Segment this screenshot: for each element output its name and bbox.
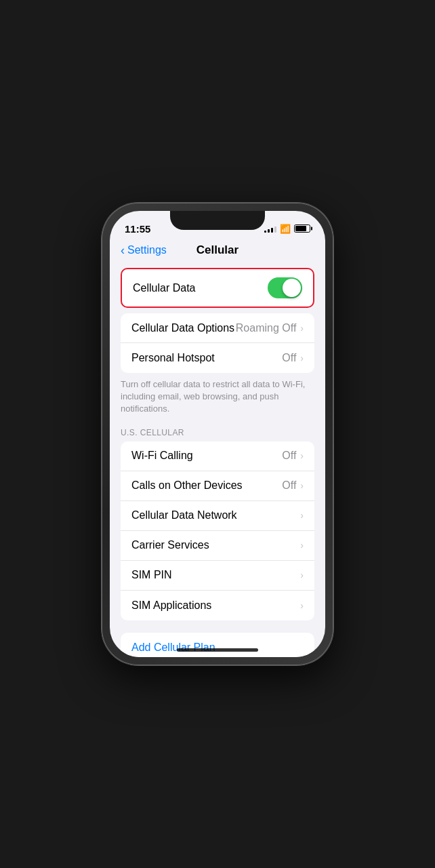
sim-pin-right: › bbox=[299, 570, 304, 580]
cellular-data-label: Cellular Data bbox=[133, 282, 195, 294]
sim-applications-right: › bbox=[299, 600, 304, 611]
phone-frame: 11:55 📶 ‹ S bbox=[102, 203, 333, 665]
carrier-services-label: Carrier Services bbox=[131, 539, 209, 551]
cellular-data-toggle[interactable] bbox=[268, 277, 302, 298]
battery-fill bbox=[295, 226, 306, 231]
chevron-icon: › bbox=[300, 323, 304, 334]
signal-bar-2 bbox=[268, 229, 270, 233]
calls-other-devices-right: Off › bbox=[282, 479, 304, 492]
carrier-services-right: › bbox=[299, 540, 304, 551]
chevron-icon: › bbox=[300, 353, 304, 363]
carrier-services-row[interactable]: Carrier Services › bbox=[121, 531, 314, 561]
chevron-icon: › bbox=[300, 600, 304, 611]
phone-screen: 11:55 📶 ‹ S bbox=[110, 211, 325, 657]
scroll-content[interactable]: Cellular Data Cellular Data Options Roam… bbox=[110, 262, 325, 657]
wifi-calling-row[interactable]: Wi-Fi Calling Off › bbox=[121, 441, 314, 471]
chevron-icon: › bbox=[300, 570, 304, 580]
cellular-data-network-label: Cellular Data Network bbox=[131, 509, 237, 521]
cellular-data-options-label: Cellular Data Options bbox=[131, 322, 234, 334]
chevron-icon: › bbox=[300, 510, 304, 521]
signal-bar-1 bbox=[264, 231, 266, 233]
cellular-data-row[interactable]: Cellular Data bbox=[121, 268, 314, 308]
back-chevron-icon: ‹ bbox=[121, 243, 125, 258]
wifi-calling-value: Off bbox=[282, 450, 296, 462]
signal-bar-4 bbox=[274, 226, 276, 233]
personal-hotspot-label: Personal Hotspot bbox=[131, 352, 215, 364]
chevron-icon: › bbox=[300, 450, 304, 461]
sim-pin-label: SIM PIN bbox=[131, 569, 172, 581]
wifi-icon: 📶 bbox=[280, 224, 291, 234]
cellular-description: Turn off cellular data to restrict all d… bbox=[110, 373, 325, 422]
calls-other-devices-row[interactable]: Calls on Other Devices Off › bbox=[121, 471, 314, 501]
toggle-knob bbox=[283, 279, 301, 297]
wifi-calling-label: Wi-Fi Calling bbox=[131, 450, 193, 462]
sim-applications-row[interactable]: SIM Applications › bbox=[121, 591, 314, 620]
top-options-card: Cellular Data Options Roaming Off › Pers… bbox=[121, 313, 314, 373]
chevron-icon: › bbox=[300, 540, 304, 551]
signal-icon bbox=[264, 225, 276, 233]
back-label: Settings bbox=[127, 244, 167, 256]
personal-hotspot-row[interactable]: Personal Hotspot Off › bbox=[121, 343, 314, 373]
sim-pin-row[interactable]: SIM PIN › bbox=[121, 561, 314, 591]
cellular-data-network-right: › bbox=[299, 510, 304, 521]
home-indicator bbox=[177, 648, 258, 652]
calls-other-devices-value: Off bbox=[282, 479, 296, 492]
carrier-card: Wi-Fi Calling Off › Calls on Other Devic… bbox=[121, 441, 314, 620]
nav-bar: ‹ Settings Cellular bbox=[110, 241, 325, 262]
battery-icon bbox=[294, 224, 310, 233]
cellular-data-options-value: Roaming Off bbox=[236, 322, 297, 334]
signal-bar-3 bbox=[271, 228, 273, 233]
carrier-section-label: U.S. CELLULAR bbox=[110, 422, 325, 441]
personal-hotspot-right: Off › bbox=[282, 352, 304, 364]
sim-applications-label: SIM Applications bbox=[131, 599, 211, 612]
personal-hotspot-value: Off bbox=[282, 352, 296, 364]
calls-other-devices-label: Calls on Other Devices bbox=[131, 479, 243, 492]
status-icons: 📶 bbox=[264, 224, 310, 234]
status-time: 11:55 bbox=[125, 223, 150, 235]
page-title: Cellular bbox=[196, 243, 239, 257]
cellular-data-options-right: Roaming Off › bbox=[236, 322, 304, 334]
cellular-data-options-row[interactable]: Cellular Data Options Roaming Off › bbox=[121, 313, 314, 343]
chevron-icon: › bbox=[300, 480, 304, 491]
notch bbox=[170, 211, 265, 230]
cellular-data-network-row[interactable]: Cellular Data Network › bbox=[121, 501, 314, 531]
back-button[interactable]: ‹ Settings bbox=[121, 243, 167, 258]
add-cellular-plan-row[interactable]: Add Cellular Plan bbox=[121, 633, 314, 657]
wifi-calling-right: Off › bbox=[282, 450, 304, 462]
add-plan-card: Add Cellular Plan bbox=[121, 633, 314, 657]
